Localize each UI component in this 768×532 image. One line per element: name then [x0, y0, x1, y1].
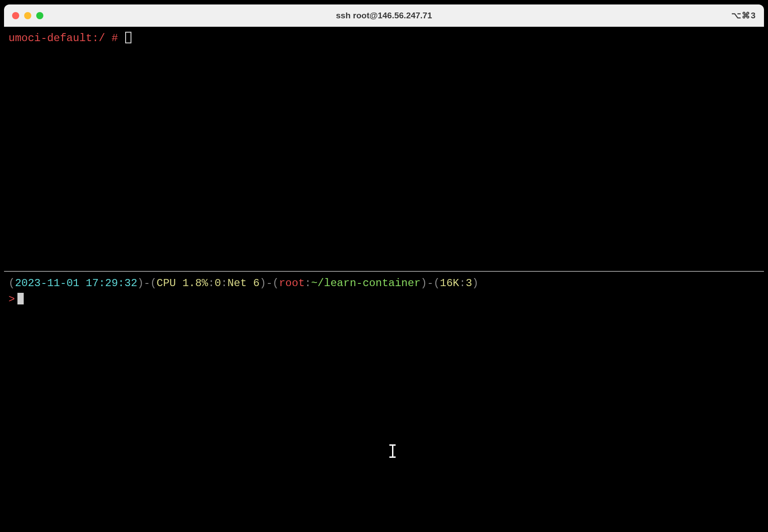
separator: -: [266, 277, 272, 289]
window-title: ssh root@146.56.247.71: [336, 11, 432, 21]
paren-open: (: [8, 277, 15, 289]
timestamp-text: 2023-11-01 17:29:32: [15, 277, 137, 289]
separator: :: [208, 277, 215, 289]
separator: :: [459, 277, 465, 289]
paren-open: (: [434, 277, 440, 289]
prompt-line-top: umoci-default:/ #: [8, 30, 760, 46]
cursor-icon: [17, 293, 24, 304]
text-cursor-icon: [388, 444, 397, 458]
paren-close: ): [421, 277, 427, 289]
terminal-pane-bottom[interactable]: (2023-11-01 17:29:32)-(CPU 1.8%:0:Net 6)…: [4, 272, 764, 311]
titlebar: ssh root@146.56.247.71 ⌥⌘3: [4, 4, 764, 27]
prompt-line-bottom: >: [8, 291, 760, 308]
separator: -: [143, 277, 150, 289]
terminal-pane-top[interactable]: umoci-default:/ #: [4, 27, 764, 272]
separator: -: [427, 277, 433, 289]
cursor-icon: [125, 32, 131, 43]
terminal-body[interactable]: umoci-default:/ # (2023-11-01 17:29:32)-…: [4, 27, 764, 528]
paren-close: ): [137, 277, 143, 289]
paren-open: (: [273, 277, 279, 289]
zero-text: 0: [215, 277, 221, 289]
prompt-text: umoci-default:/ #: [8, 32, 124, 44]
separator: :: [221, 277, 227, 289]
terminal-window: ssh root@146.56.247.71 ⌥⌘3 umoci-default…: [4, 4, 764, 528]
shortcut-indicator: ⌥⌘3: [731, 10, 756, 21]
status-line: (2023-11-01 17:29:32)-(CPU 1.8%:0:Net 6)…: [8, 275, 760, 291]
net-label: Net 6: [228, 277, 260, 289]
maximize-button[interactable]: [36, 12, 43, 19]
user-text: root: [279, 277, 305, 289]
close-button[interactable]: [12, 12, 19, 19]
paren-open: (: [150, 277, 156, 289]
size-text: 16K: [440, 277, 459, 289]
paren-close: ): [472, 277, 478, 289]
prompt-char: >: [8, 293, 15, 305]
traffic-lights: [12, 12, 43, 19]
path-text: ~/learn-container: [311, 277, 421, 289]
paren-close: ): [260, 277, 266, 289]
count-text: 3: [466, 277, 472, 289]
minimize-button[interactable]: [24, 12, 31, 19]
cpu-label: CPU 1.8%: [156, 277, 208, 289]
separator: :: [305, 277, 311, 289]
